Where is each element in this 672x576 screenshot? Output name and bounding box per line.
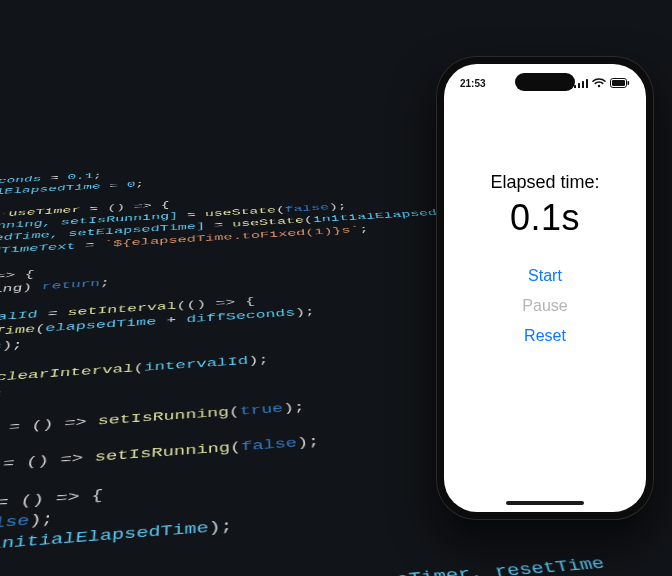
home-indicator <box>506 501 584 505</box>
elapsed-time-label: Elapsed time: <box>490 172 599 193</box>
battery-icon <box>610 78 630 88</box>
svg-point-4 <box>598 85 600 87</box>
elapsed-time-value: 0.1s <box>510 197 580 239</box>
signal-icon <box>574 79 588 88</box>
dynamic-island <box>515 73 575 91</box>
svg-rect-1 <box>578 83 580 88</box>
status-time: 21:53 <box>460 78 486 89</box>
svg-rect-7 <box>628 81 630 85</box>
phone-mockup: 21:53 Elapsed time: 0.1s Start Pause Res… <box>436 56 654 520</box>
wifi-icon <box>592 78 606 88</box>
svg-rect-3 <box>586 79 588 88</box>
start-button[interactable]: Start <box>528 261 562 291</box>
timer-app: Elapsed time: 0.1s Start Pause Reset <box>444 102 646 512</box>
phone-screen: 21:53 Elapsed time: 0.1s Start Pause Res… <box>444 64 646 512</box>
svg-rect-2 <box>582 81 584 88</box>
svg-rect-6 <box>612 80 625 86</box>
pause-button: Pause <box>522 291 567 321</box>
reset-button[interactable]: Reset <box>524 321 566 351</box>
